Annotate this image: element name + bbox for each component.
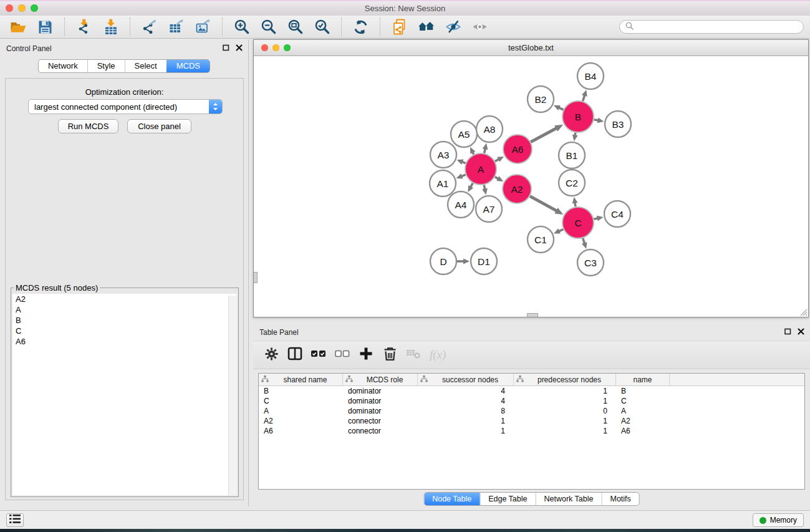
table-cell[interactable]: 1 bbox=[514, 416, 616, 426]
add-column-button[interactable] bbox=[359, 347, 374, 363]
mcds-tab-panel: Optimization criterion: largest connecte… bbox=[5, 78, 244, 500]
column-header-shared-name[interactable]: shared name bbox=[259, 374, 343, 385]
table-cell[interactable]: 1 bbox=[418, 426, 514, 436]
edge-A2-C[interactable] bbox=[530, 196, 557, 211]
zoom-out-button[interactable] bbox=[257, 17, 280, 37]
table-cell[interactable]: 1 bbox=[514, 386, 616, 396]
bottom-scroll-grip[interactable] bbox=[527, 313, 538, 317]
table-row-a[interactable]: Adominator80A bbox=[259, 406, 804, 416]
table-cell[interactable]: 1 bbox=[418, 416, 514, 426]
edge-A6-B[interactable] bbox=[531, 128, 557, 142]
select-all-icon bbox=[311, 349, 327, 360]
memory-label: Memory bbox=[770, 516, 797, 525]
result-item-a6[interactable]: A6 bbox=[12, 336, 237, 347]
zoom-fit-button[interactable] bbox=[284, 17, 307, 37]
save-button[interactable] bbox=[34, 17, 57, 37]
export-network-button[interactable] bbox=[138, 17, 161, 37]
tab-motifs[interactable]: Motifs bbox=[601, 493, 639, 505]
table-cell[interactable]: 0 bbox=[514, 406, 616, 416]
result-item-a[interactable]: A bbox=[12, 304, 237, 315]
mcds-result-list[interactable]: A2ABCA6 bbox=[12, 294, 237, 495]
column-header-name[interactable]: name bbox=[616, 374, 670, 385]
left-scroll-grip[interactable] bbox=[254, 272, 258, 283]
clone-network-button[interactable] bbox=[388, 17, 411, 37]
table-cell[interactable]: dominator bbox=[343, 396, 418, 406]
network-zoom-button[interactable] bbox=[284, 44, 291, 51]
delete-column-button[interactable] bbox=[382, 347, 397, 363]
run-mcds-button[interactable]: Run MCDS bbox=[58, 119, 118, 133]
result-scrollbar[interactable] bbox=[228, 296, 237, 495]
table-row-c[interactable]: Cdominator41C bbox=[259, 396, 804, 406]
task-history-button[interactable] bbox=[6, 513, 24, 527]
table-row-a2[interactable]: A2connector11A2 bbox=[259, 416, 804, 426]
table-cell[interactable]: B bbox=[259, 386, 343, 396]
table-header-row: shared nameMCDS rolesuccessor nodesprede… bbox=[259, 374, 804, 386]
float-table-panel-icon[interactable] bbox=[784, 328, 791, 335]
table-cell[interactable]: A6 bbox=[259, 426, 343, 436]
import-table-button[interactable] bbox=[99, 17, 122, 37]
close-panel-button[interactable]: Close panel bbox=[127, 119, 191, 133]
table-row-b[interactable]: Bdominator41B bbox=[259, 386, 804, 396]
network-canvas[interactable]: AA1A2A3A4A5A6A7A8BB1B2B3B4CC1C2C3C4DD1 bbox=[254, 56, 808, 317]
tab-edge-table[interactable]: Edge Table bbox=[480, 493, 535, 505]
table-cell[interactable]: dominator bbox=[343, 386, 418, 396]
hide-view-button[interactable] bbox=[441, 17, 465, 37]
gear-button[interactable] bbox=[264, 347, 279, 363]
close-table-panel-icon[interactable] bbox=[798, 328, 804, 335]
tab-node-table[interactable]: Node Table bbox=[424, 493, 480, 505]
open-folder-button[interactable] bbox=[7, 17, 30, 37]
node-label-A4: A4 bbox=[455, 200, 467, 210]
tab-select[interactable]: Select bbox=[125, 60, 166, 72]
tab-network-table[interactable]: Network Table bbox=[536, 493, 602, 505]
network-close-button[interactable] bbox=[261, 44, 268, 51]
network-minimize-button[interactable] bbox=[272, 44, 279, 51]
split-view-button[interactable] bbox=[287, 347, 302, 363]
float-panel-icon[interactable] bbox=[223, 44, 229, 51]
column-header-mcds-role[interactable]: MCDS role bbox=[343, 374, 418, 385]
table-cell[interactable]: A bbox=[259, 406, 343, 416]
tab-network[interactable]: Network bbox=[39, 60, 87, 72]
criterion-dropdown[interactable]: largest connected component (directed) bbox=[28, 99, 223, 114]
table-cell[interactable]: A2 bbox=[259, 416, 343, 426]
dropdown-stepper-icon[interactable] bbox=[209, 100, 222, 114]
table-cell[interactable]: A6 bbox=[616, 426, 670, 436]
table-cell[interactable]: C bbox=[616, 396, 670, 406]
tab-mcds[interactable]: MCDS bbox=[166, 60, 210, 72]
table-cell[interactable]: B bbox=[616, 386, 670, 396]
memory-button[interactable]: Memory bbox=[753, 513, 804, 527]
show-view-button[interactable] bbox=[468, 17, 491, 37]
table-cell[interactable]: 1 bbox=[514, 426, 616, 436]
result-item-a2[interactable]: A2 bbox=[12, 294, 237, 304]
result-item-b[interactable]: B bbox=[12, 315, 237, 326]
zoom-in-button[interactable] bbox=[230, 17, 253, 37]
import-network-button[interactable] bbox=[72, 17, 95, 37]
table-cell[interactable]: 4 bbox=[418, 386, 514, 396]
export-table-button[interactable] bbox=[165, 17, 188, 37]
search-input[interactable] bbox=[637, 22, 798, 32]
table-cell[interactable]: C bbox=[259, 396, 343, 406]
table-cell[interactable]: 4 bbox=[418, 396, 514, 406]
close-panel-icon[interactable] bbox=[236, 44, 243, 51]
table-row-a6[interactable]: A6connector11A6 bbox=[259, 426, 804, 436]
select-all-button[interactable] bbox=[311, 347, 326, 363]
result-item-c[interactable]: C bbox=[12, 326, 237, 336]
home-button[interactable] bbox=[415, 17, 438, 37]
table-cell[interactable]: dominator bbox=[343, 406, 418, 416]
search-field[interactable] bbox=[619, 20, 804, 34]
export-image-button[interactable] bbox=[191, 17, 215, 37]
table-cell[interactable]: 8 bbox=[418, 406, 514, 416]
table-cell[interactable]: connector bbox=[343, 416, 418, 426]
column-header-predecessor-nodes[interactable]: predecessor nodes bbox=[514, 374, 616, 385]
table-cell[interactable]: 1 bbox=[514, 396, 616, 406]
column-header-successor-nodes[interactable]: successor nodes bbox=[418, 374, 514, 385]
table-cell[interactable]: A bbox=[616, 406, 670, 416]
refresh-button[interactable] bbox=[349, 17, 372, 37]
table-tabs: Node TableEdge TableNetwork TableMotifs bbox=[423, 492, 640, 506]
tab-style[interactable]: Style bbox=[87, 60, 125, 72]
zoom-selected-button[interactable] bbox=[311, 17, 334, 37]
table-cell[interactable]: A2 bbox=[616, 416, 670, 426]
export-network-icon bbox=[142, 19, 158, 35]
deselect-all-button[interactable] bbox=[335, 347, 350, 363]
table-cell[interactable]: connector bbox=[343, 426, 418, 436]
resize-grip-icon[interactable] bbox=[799, 307, 808, 317]
